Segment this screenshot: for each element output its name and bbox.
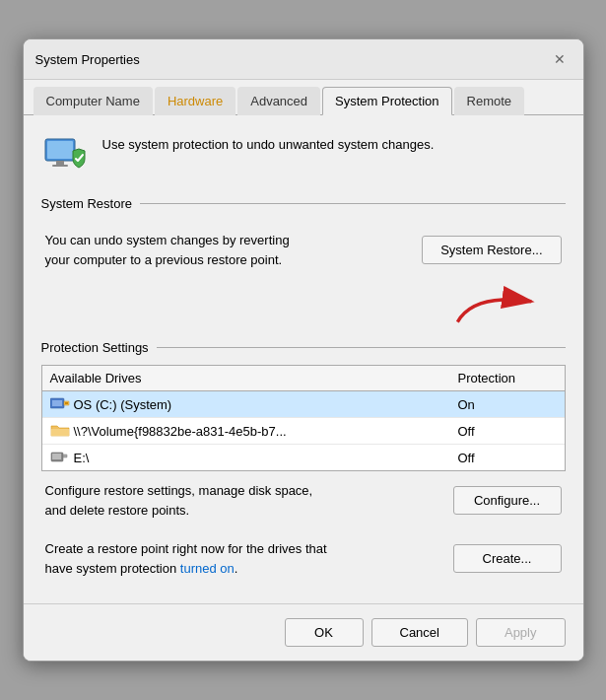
close-button[interactable]: ✕ [548, 47, 572, 71]
hdd-small-icon [50, 450, 70, 465]
drive-protection-e: Off [458, 451, 557, 465]
tab-hardware[interactable]: Hardware [155, 87, 236, 115]
ok-button[interactable]: OK [285, 618, 364, 647]
svg-rect-1 [47, 141, 73, 159]
apply-button[interactable]: Apply [476, 618, 566, 647]
protection-settings-header: Protection Settings [41, 340, 566, 355]
system-restore-header: System Restore [41, 196, 566, 211]
info-text: Use system protection to undo unwanted s… [102, 131, 435, 155]
arrow-icon [449, 283, 548, 332]
table-row[interactable]: OS (C:) (System) On [42, 391, 565, 418]
configure-row: Configure restore settings, manage disk … [41, 471, 566, 529]
svg-rect-11 [52, 454, 61, 459]
drive-name-vol: \\?\Volume{f98832be-a831-4e5b-b7... [50, 423, 458, 439]
system-restore-title: System Restore [41, 196, 132, 211]
drive-label-c: OS (C:) (System) [74, 397, 172, 412]
protection-settings-section: Protection Settings Available Drives Pro… [41, 340, 566, 588]
arrow-area [41, 279, 566, 336]
drive-label-e: E:\ [74, 451, 90, 465]
system-restore-button[interactable]: System Restore... [422, 236, 561, 264]
tab-system-protection[interactable]: System Protection [322, 87, 452, 115]
drive-protection-c: On [458, 397, 557, 412]
column-protection: Protection [458, 371, 557, 385]
svg-rect-3 [52, 165, 68, 167]
shield-icon [41, 131, 89, 178]
drive-protection-vol: Off [458, 424, 557, 439]
svg-rect-9 [51, 429, 69, 436]
cancel-button[interactable]: Cancel [371, 618, 468, 647]
tab-bar: Computer Name Hardware Advanced System P… [24, 80, 583, 115]
svg-rect-6 [52, 400, 62, 406]
column-available-drives: Available Drives [50, 371, 458, 385]
drives-table-header: Available Drives Protection [42, 366, 565, 391]
table-row[interactable]: \\?\Volume{f98832be-a831-4e5b-b7... Off [42, 418, 565, 445]
title-bar: System Properties ✕ [24, 39, 583, 80]
configure-button[interactable]: Configure... [453, 486, 562, 515]
drive-name-c: OS (C:) (System) [50, 396, 458, 412]
tab-content: Use system protection to undo unwanted s… [24, 115, 583, 603]
create-description: Create a restore point right now for the… [45, 539, 443, 578]
svg-rect-12 [63, 455, 67, 457]
table-row[interactable]: E:\ Off [42, 445, 565, 470]
system-properties-dialog: System Properties ✕ Computer Name Hardwa… [23, 38, 584, 662]
drives-table: Available Drives Protection [41, 365, 566, 471]
dialog-footer: OK Cancel Apply [24, 603, 583, 661]
turned-on-text: turned on [180, 561, 235, 576]
drive-name-e: E:\ [50, 450, 458, 465]
window-title: System Properties [35, 52, 140, 67]
folder-icon [50, 423, 70, 439]
create-button[interactable]: Create... [453, 544, 562, 573]
section-divider-2 [157, 347, 566, 348]
info-banner: Use system protection to undo unwanted s… [41, 131, 566, 192]
svg-rect-8 [65, 402, 68, 404]
system-restore-section: System Restore You can undo system chang… [41, 196, 566, 336]
configure-description: Configure restore settings, manage disk … [45, 481, 443, 520]
tab-computer-name[interactable]: Computer Name [34, 87, 153, 115]
restore-section: You can undo system changes by reverting… [41, 221, 566, 279]
section-divider [140, 203, 566, 204]
create-row: Create a restore point right now for the… [41, 529, 566, 588]
drive-label-vol: \\?\Volume{f98832be-a831-4e5b-b7... [74, 424, 287, 439]
tab-remote[interactable]: Remote [454, 87, 525, 115]
protection-settings-title: Protection Settings [41, 340, 149, 355]
restore-description: You can undo system changes by reverting… [45, 231, 413, 269]
hdd-icon [50, 396, 70, 412]
tab-advanced[interactable]: Advanced [237, 87, 320, 115]
